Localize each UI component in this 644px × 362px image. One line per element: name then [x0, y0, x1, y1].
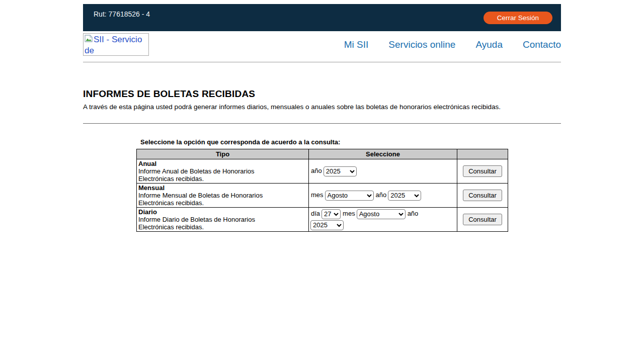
content-divider [83, 123, 561, 124]
section-label: Seleccione la opción que corresponda de … [136, 138, 508, 146]
table-header-row: Tipo Seleccione [137, 149, 508, 159]
diario-button-cell: Consultar [457, 208, 508, 232]
row-description: Informe Diario de Boletas de Honorarios … [138, 216, 285, 231]
diario-year-select[interactable]: 2025 [310, 220, 344, 230]
logo-alt-text: SII - Servicio de [85, 35, 142, 55]
mensual-button-cell: Consultar [457, 184, 508, 208]
anual-seleccione-cell: año2025 [309, 159, 457, 184]
column-header-empty [457, 149, 508, 159]
informes-table: Tipo Seleccione Anual Informe Anual de B… [136, 149, 508, 232]
field-label-ano: año [408, 210, 419, 217]
mensual-seleccione-cell: mesAgostoaño2025 [309, 184, 457, 208]
column-header-seleccione: Seleccione [309, 149, 457, 159]
field-label-mes: mes [311, 191, 324, 199]
main-nav: Mi SII Servicios online Ayuda Contacto [324, 39, 561, 50]
diario-consultar-button[interactable]: Consultar [463, 214, 502, 225]
mensual-year-select[interactable]: 2025 [388, 191, 421, 201]
mensual-month-select[interactable]: Agosto [325, 191, 374, 201]
page-container: Rut: 77618526 - 4 Cerrar Sesión SII - Se… [83, 4, 561, 232]
row-description: Informe Mensual de Boletas de Honorarios… [138, 192, 285, 207]
sii-logo-broken-image[interactable]: SII - Servicio de [83, 33, 149, 56]
rut-label: Rut: 77618526 - 4 [94, 10, 150, 31]
diario-seleccione-cell: día27mesAgostoaño2025 [309, 208, 457, 232]
anual-button-cell: Consultar [457, 159, 508, 184]
table-row-diario: Diario Informe Diario de Boletas de Hono… [137, 208, 508, 232]
diario-tipo-cell: Diario Informe Diario de Boletas de Hono… [137, 208, 309, 232]
mensual-tipo-cell: Mensual Informe Mensual de Boletas de Ho… [137, 184, 309, 208]
table-row-mensual: Mensual Informe Mensual de Boletas de Ho… [137, 184, 508, 208]
nav-item-mi-sii[interactable]: Mi SII [344, 39, 369, 50]
field-label-dia: día [311, 210, 320, 217]
session-topbar: Rut: 77618526 - 4 Cerrar Sesión [83, 4, 561, 31]
diario-day-select[interactable]: 27 [321, 209, 341, 219]
nav-item-contacto[interactable]: Contacto [523, 39, 561, 50]
page-subtitle: A través de esta página usted podrá gene… [83, 103, 561, 111]
anual-year-select[interactable]: 2025 [324, 166, 357, 176]
diario-month-select[interactable]: Agosto [357, 209, 406, 219]
consult-section: Seleccione la opción que corresponda de … [136, 138, 508, 232]
anual-tipo-cell: Anual Informe Anual de Boletas de Honora… [137, 159, 309, 184]
field-label-mes: mes [343, 210, 355, 217]
row-type-label: Mensual [138, 184, 165, 192]
nav-item-servicios-online[interactable]: Servicios online [388, 39, 455, 50]
page-title: INFORMES DE BOLETAS RECIBIDAS [83, 88, 561, 100]
row-description: Informe Anual de Boletas de Honorarios E… [138, 167, 285, 183]
table-row-anual: Anual Informe Anual de Boletas de Honora… [137, 159, 508, 184]
field-label-ano: año [376, 191, 387, 199]
header-divider [83, 62, 561, 62]
site-header: SII - Servicio de Mi SII Servicios onlin… [83, 33, 561, 56]
mensual-consultar-button[interactable]: Consultar [463, 190, 502, 201]
broken-image-icon [85, 35, 93, 42]
column-header-tipo: Tipo [137, 149, 309, 159]
row-type-label: Diario [138, 208, 157, 216]
anual-consultar-button[interactable]: Consultar [463, 165, 502, 177]
row-type-label: Anual [138, 160, 156, 167]
field-label-ano: año [311, 167, 322, 174]
nav-item-ayuda[interactable]: Ayuda [475, 39, 503, 50]
logout-button[interactable]: Cerrar Sesión [484, 12, 552, 24]
